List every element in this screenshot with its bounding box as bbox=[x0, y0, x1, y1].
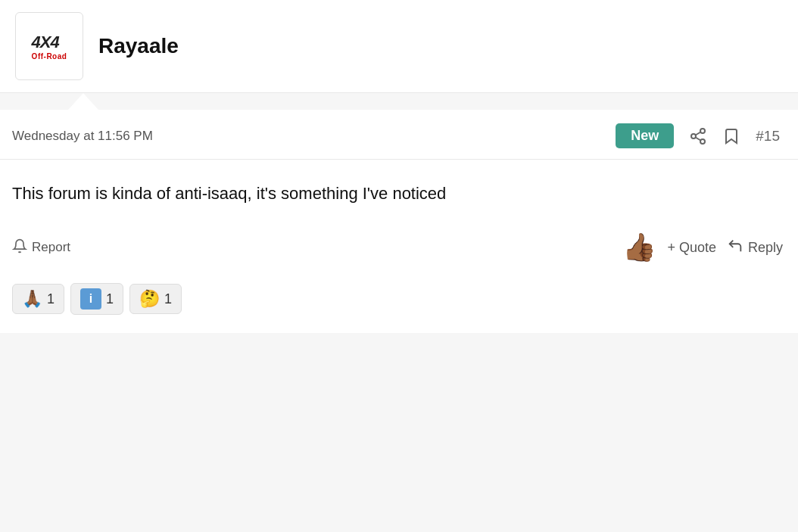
svg-point-2 bbox=[700, 139, 705, 144]
think-count: 1 bbox=[164, 291, 172, 307]
thumbs-up-reaction[interactable]: 👍🏾 bbox=[622, 232, 656, 263]
post-actions-right: New #15 bbox=[616, 123, 780, 148]
post-body: This forum is kinda of anti-isaaq, it's … bbox=[0, 160, 798, 221]
post-number: #15 bbox=[756, 128, 780, 145]
share-button[interactable] bbox=[689, 127, 707, 145]
report-label: Report bbox=[32, 240, 70, 255]
post-actions-group: 👍🏾 + Quote Reply bbox=[622, 232, 783, 263]
avatar: 4X4 Off-Road bbox=[15, 12, 83, 80]
new-badge: New bbox=[616, 123, 674, 148]
reaction-think[interactable]: 🤔 1 bbox=[129, 284, 182, 314]
triangle-pointer bbox=[68, 93, 98, 110]
triangle-wrapper bbox=[0, 93, 798, 110]
reaction-pray[interactable]: 🙏🏾 1 bbox=[12, 284, 64, 314]
report-button[interactable]: Report bbox=[12, 238, 70, 257]
svg-point-0 bbox=[700, 129, 705, 133]
info-emoji: i bbox=[80, 288, 101, 310]
share-icon bbox=[689, 127, 707, 145]
think-emoji: 🤔 bbox=[139, 289, 160, 309]
reply-button[interactable]: Reply bbox=[727, 238, 783, 258]
reaction-info[interactable]: i 1 bbox=[70, 283, 123, 315]
bookmark-icon bbox=[722, 127, 740, 145]
avatar-logo: 4X4 Off-Road bbox=[32, 33, 67, 61]
info-count: 1 bbox=[106, 291, 114, 307]
post-meta-bar: Wednesday at 11:56 PM New #15 bbox=[0, 110, 798, 160]
post-header: 4X4 Off-Road Rayaale bbox=[0, 0, 798, 93]
username: Rayaale bbox=[98, 34, 179, 58]
quote-label: + Quote bbox=[667, 240, 716, 256]
reply-label: Reply bbox=[748, 240, 783, 256]
bookmark-button[interactable] bbox=[722, 127, 740, 145]
post-text: This forum is kinda of anti-isaaq, it's … bbox=[12, 181, 783, 206]
svg-point-1 bbox=[691, 134, 696, 138]
post-timestamp: Wednesday at 11:56 PM bbox=[12, 129, 153, 144]
logo-text-main: 4X4 bbox=[32, 33, 67, 52]
pray-emoji: 🙏🏾 bbox=[22, 289, 42, 309]
quote-button[interactable]: + Quote bbox=[667, 240, 716, 256]
bell-icon bbox=[12, 238, 27, 257]
post-card: 4X4 Off-Road Rayaale Wednesday at 11:56 … bbox=[0, 0, 798, 333]
logo-text-sub: Off-Road bbox=[32, 52, 67, 61]
reactions-row: 🙏🏾 1 i 1 🤔 1 bbox=[0, 277, 798, 333]
svg-line-4 bbox=[696, 132, 701, 135]
reply-arrow-icon bbox=[727, 238, 743, 258]
post-footer: Report 👍🏾 + Quote Reply bbox=[0, 221, 798, 277]
svg-line-3 bbox=[696, 137, 701, 140]
pray-count: 1 bbox=[47, 291, 55, 307]
